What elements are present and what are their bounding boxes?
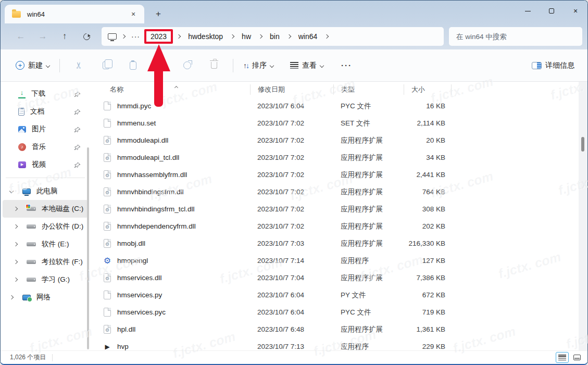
table-row[interactable]: ⚙hmobj.dll2023/10/7 7:03应用程序扩展216,330 KB	[90, 235, 578, 252]
breadcrumb-chevron-icon[interactable]	[284, 35, 294, 38]
table-row[interactable]: hmmenu.set2023/10/7 7:02SET 文件2,114 KB	[90, 115, 578, 132]
breadcrumb-overflow-button[interactable]: ···	[128, 32, 143, 41]
breadcrumb-chevron-icon[interactable]	[256, 35, 265, 38]
tab-close-icon[interactable]: ×	[128, 8, 139, 20]
new-button[interactable]: + 新建	[11, 57, 54, 74]
sort-button[interactable]: ↑↓ 排序	[239, 57, 278, 74]
chevron-right-icon[interactable]	[9, 295, 14, 299]
sidebar-item-music[interactable]: ♪音乐	[3, 138, 88, 156]
minimize-button[interactable]	[516, 1, 540, 21]
sidebar-item-computer[interactable]: 此电脑	[3, 182, 88, 200]
sidebar-item-drive[interactable]: 学习 (G:)	[3, 271, 88, 288]
file-icon-file	[103, 308, 112, 317]
file-name-text: hmnvhdependencyfrm.dll	[117, 222, 196, 230]
breadcrumb-chevron-icon[interactable]	[228, 35, 237, 38]
breadcrumb-crumb[interactable]: bin	[265, 31, 284, 42]
new-button-label: 新建	[28, 61, 43, 70]
forward-button[interactable]: →	[32, 28, 54, 45]
table-row[interactable]: ⚙hmmoduleapi_tcl.dll2023/10/7 7:02应用程序扩展…	[90, 149, 578, 166]
breadcrumb-chevron-icon[interactable]	[174, 35, 183, 38]
scrollbar-thumb[interactable]	[581, 137, 584, 152]
tab-win64[interactable]: win64 ×	[5, 5, 144, 23]
chevron-right-icon[interactable]	[14, 278, 18, 282]
close-button[interactable]: ×	[564, 1, 587, 21]
table-row[interactable]: ▶hvp2023/10/7 7:13应用程序229 KB	[90, 338, 578, 355]
table-row[interactable]: ⚙hmnvhbindingsfrm_tcl.dll2023/10/7 7:02应…	[90, 200, 578, 218]
sidebar-item-drive-system[interactable]: 本地磁盘 (C:)	[3, 200, 88, 218]
drive-icon	[27, 260, 36, 264]
sidebar-item-label: 视频	[32, 160, 46, 169]
share-button[interactable]	[177, 56, 197, 75]
breadcrumb-chevron-icon[interactable]	[322, 35, 331, 38]
column-header-name[interactable]: 名称	[103, 84, 250, 95]
file-icon-dll: ⚙	[103, 222, 112, 231]
file-size-cell: 34 KB	[404, 154, 452, 161]
sidebar-item-drive[interactable]: 考拉软件 (F:)	[3, 253, 88, 271]
view-button[interactable]: 查看	[285, 57, 328, 74]
gear-icon: ⚙	[105, 156, 109, 161]
chevron-right-icon[interactable]	[14, 207, 18, 211]
table-row[interactable]: ⚙hmservices.dll2023/10/7 7:04应用程序扩展7,386…	[90, 269, 578, 286]
chevron-down-icon[interactable]	[9, 189, 14, 193]
table-row[interactable]: ⚙hpl.dll2023/10/7 6:48应用程序扩展1,361 KB	[90, 321, 578, 338]
delete-button[interactable]	[204, 56, 224, 75]
column-header-modified[interactable]: 修改日期	[250, 84, 333, 95]
breadcrumb-crumb-highlighted[interactable]: 2023	[144, 29, 173, 44]
column-header-type[interactable]: 类型	[333, 84, 404, 95]
sidebar-item-label: 学习 (G:)	[42, 275, 70, 284]
breadcrumb-chevron-icon[interactable]	[119, 35, 128, 38]
table-row[interactable]: ⚙hmmoduleapi.dll2023/10/7 7:02应用程序扩展20 K…	[90, 132, 578, 149]
refresh-button[interactable]	[76, 28, 97, 45]
chevron-right-icon[interactable]	[14, 224, 18, 229]
drive-icon	[27, 224, 36, 229]
copy-button[interactable]	[95, 56, 116, 75]
file-type-cell: 应用程序扩展	[333, 325, 404, 334]
table-row[interactable]: ⚙hmnvhbindingsfrm.dll2023/10/7 7:02应用程序扩…	[90, 183, 578, 200]
table-row[interactable]: ⚙hmnvhdependencyfrm.dll2023/10/7 7:02应用程…	[90, 218, 578, 235]
chevron-right-icon[interactable]	[14, 242, 18, 246]
back-button[interactable]: ←	[10, 28, 32, 45]
search-input[interactable]	[449, 33, 582, 41]
file-page-icon	[104, 102, 111, 110]
sidebar-item-network[interactable]: 网络	[3, 288, 88, 306]
more-options-button[interactable]: ···	[336, 57, 357, 73]
breadcrumb-crumb[interactable]: hw	[237, 31, 256, 42]
pin-icon	[74, 144, 81, 150]
sidebar-item-document[interactable]: 文档	[3, 103, 88, 120]
cut-button[interactable]: ✂	[68, 56, 89, 75]
chevron-right-icon[interactable]	[14, 260, 18, 264]
sidebar-item-drive[interactable]: 办公软件 (D:)	[3, 218, 88, 235]
up-button[interactable]: ↑	[54, 28, 76, 45]
gear-icon: ⚙	[105, 224, 109, 230]
rename-button[interactable]: A	[149, 56, 170, 75]
details-pane-button[interactable]: 详细信息	[527, 57, 579, 74]
sidebar-item-drive[interactable]: 软件 (E:)	[3, 235, 88, 253]
file-icon-dll: ⚙	[103, 170, 112, 180]
column-header-size[interactable]: 大小	[404, 84, 452, 95]
breadcrumb-crumb[interactable]: win64	[294, 31, 322, 42]
sidebar-item-videos[interactable]: ▶视频	[3, 156, 88, 173]
sidebar-item-pictures[interactable]: 图片	[3, 120, 88, 138]
table-row[interactable]: hmmdi.pyc2023/10/7 6:04PYC 文件16 KB	[90, 97, 578, 115]
table-row[interactable]: hmservices.pyc2023/10/7 6:04PYC 文件719 KB	[90, 304, 578, 321]
maximize-button[interactable]	[540, 1, 564, 21]
breadcrumb-crumb[interactable]: hwdesktop	[183, 31, 228, 42]
trash-icon	[211, 62, 217, 69]
sidebar-item-download[interactable]: ↓下载	[3, 85, 88, 103]
search-box[interactable]	[449, 27, 582, 46]
table-row[interactable]: ⚙hmopengl2023/10/7 7:14应用程序127 KB	[90, 252, 578, 269]
file-size-cell: 2,114 KB	[404, 119, 452, 127]
this-pc-icon[interactable]	[108, 33, 117, 40]
sidebar-scrollbar-thumb[interactable]	[87, 147, 89, 349]
sidebar-item-label: 办公软件 (D:)	[42, 222, 83, 231]
share-icon	[183, 61, 191, 69]
vertical-scrollbar[interactable]	[579, 82, 587, 350]
new-tab-button[interactable]: +	[151, 7, 166, 21]
table-row[interactable]: hmservices.py2023/10/7 6:04PY 文件672 KB	[90, 286, 578, 304]
file-modified-cell: 2023/10/7 7:14	[250, 257, 333, 265]
maximize-icon	[549, 8, 554, 14]
table-row[interactable]: ⚙hmnvhassemblyfrm.dll2023/10/7 7:02应用程序扩…	[90, 166, 578, 183]
paste-button[interactable]	[122, 56, 143, 75]
file-size-cell: 127 KB	[404, 257, 452, 265]
item-count: 1,026 个项目	[10, 353, 46, 362]
